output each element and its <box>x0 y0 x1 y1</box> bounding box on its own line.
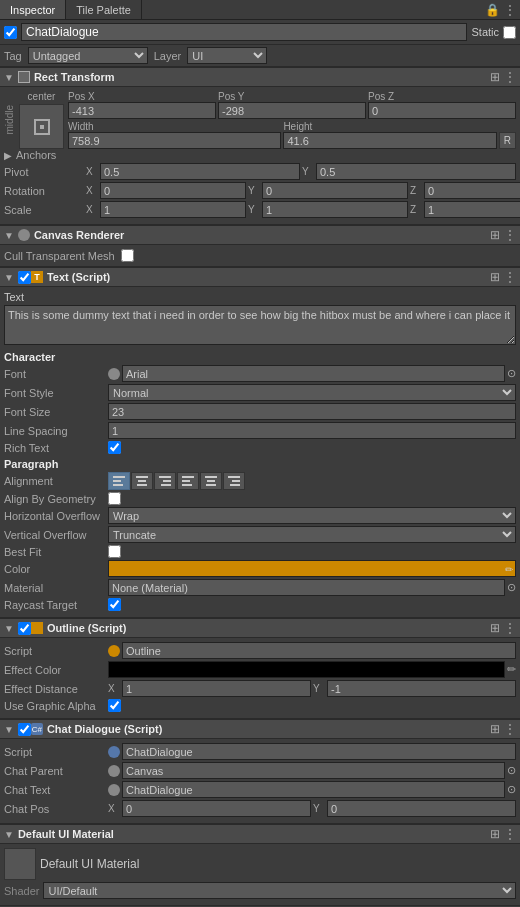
outline-script-section-header[interactable]: ▼ Outline (Script) ⊞ ⋮ <box>0 618 520 638</box>
rotation-z-input[interactable] <box>424 182 520 199</box>
font-label: Font <box>4 368 104 380</box>
r-button[interactable]: R <box>499 132 516 149</box>
align-by-geometry-checkbox[interactable] <box>108 492 121 505</box>
menu-icon[interactable]: ⋮ <box>504 3 516 17</box>
chat-dialogue-arrow: ▼ <box>4 724 14 735</box>
horiz-overflow-select[interactable]: Wrap <box>108 507 516 524</box>
svg-rect-7 <box>163 480 171 482</box>
chat-dialogue-body: Script Chat Parent ⊙ Chat Text ⊙ Chat Po… <box>0 739 520 824</box>
chat-script-input[interactable] <box>122 743 516 760</box>
layer-select[interactable]: UI <box>187 47 267 64</box>
align-btn-center[interactable] <box>131 472 153 490</box>
height-input[interactable] <box>283 132 496 149</box>
canvas-renderer-section-header[interactable]: ▼ Canvas Renderer ⊞ ⋮ <box>0 225 520 245</box>
pos-z-field: Pos Z <box>368 91 516 119</box>
chat-dialogue-enabled-checkbox[interactable] <box>18 723 31 736</box>
rect-transform-action-1[interactable]: ⊞ <box>490 70 500 84</box>
svg-rect-5 <box>137 484 147 486</box>
effect-dist-y-input[interactable] <box>327 680 516 697</box>
pivot-x-axis-label: X <box>86 166 98 177</box>
tag-select[interactable]: Untagged <box>28 47 148 64</box>
outline-action-2[interactable]: ⋮ <box>504 621 516 635</box>
outline-action-1[interactable]: ⊞ <box>490 621 500 635</box>
rect-transform-action-2[interactable]: ⋮ <box>504 70 516 84</box>
chat-pos-x-input[interactable] <box>122 800 311 817</box>
pivot-x-input[interactable] <box>100 163 300 180</box>
chat-parent-select-btn[interactable]: ⊙ <box>507 764 516 777</box>
anchor-widget[interactable] <box>19 104 64 149</box>
align-btn-right[interactable] <box>154 472 176 490</box>
color-swatch[interactable]: ✏ <box>108 560 516 577</box>
material-action-1[interactable]: ⊞ <box>490 827 500 841</box>
best-fit-checkbox[interactable] <box>108 545 121 558</box>
chat-parent-input[interactable] <box>122 762 505 779</box>
pos-x-input[interactable] <box>68 102 216 119</box>
object-enabled-checkbox[interactable] <box>4 26 17 39</box>
effect-dist-x-input[interactable] <box>122 680 311 697</box>
font-size-input[interactable] <box>108 403 516 420</box>
material-action-2[interactable]: ⋮ <box>504 827 516 841</box>
material-section-header[interactable]: ▼ Default UI Material ⊞ ⋮ <box>0 824 520 844</box>
rotation-x-input[interactable] <box>100 182 246 199</box>
canvas-action-2[interactable]: ⋮ <box>504 228 516 242</box>
rich-text-checkbox[interactable] <box>108 441 121 454</box>
align-btn-left[interactable] <box>108 472 130 490</box>
align-btn-top-center[interactable] <box>200 472 222 490</box>
chat-parent-row: Chat Parent ⊙ <box>4 762 516 779</box>
paragraph-label: Paragraph <box>4 458 516 470</box>
cull-row: Cull Transparent Mesh <box>4 249 516 262</box>
rotation-y-input[interactable] <box>262 182 408 199</box>
chat-dialogue-action-2[interactable]: ⋮ <box>504 722 516 736</box>
text-script-section-header[interactable]: ▼ T Text (Script) ⊞ ⋮ <box>0 267 520 287</box>
material-input[interactable] <box>108 579 505 596</box>
text-script-action-2[interactable]: ⋮ <box>504 270 516 284</box>
text-script-action-1[interactable]: ⊞ <box>490 270 500 284</box>
anchors-row[interactable]: ▶ Anchors <box>4 149 516 161</box>
width-input[interactable] <box>68 132 281 149</box>
tab-inspector[interactable]: Inspector <box>0 0 66 19</box>
pos-x-field: Pos X <box>68 91 216 119</box>
effect-color-swatch[interactable] <box>108 661 505 678</box>
static-checkbox[interactable] <box>503 26 516 39</box>
scale-y-input[interactable] <box>262 201 408 218</box>
svg-rect-6 <box>159 476 171 478</box>
effect-color-edit-icon[interactable]: ✏ <box>507 663 516 676</box>
tab-tile-palette[interactable]: Tile Palette <box>66 0 142 19</box>
pos-y-input[interactable] <box>218 102 366 119</box>
chat-dialogue-section-header[interactable]: ▼ C# Chat Dialogue (Script) ⊞ ⋮ <box>0 719 520 739</box>
text-content-textarea[interactable]: This is some dummy text that i need in o… <box>4 305 516 345</box>
chat-pos-y-input[interactable] <box>327 800 516 817</box>
align-btn-top-left[interactable] <box>177 472 199 490</box>
line-spacing-input[interactable] <box>108 422 516 439</box>
raycast-checkbox[interactable] <box>108 598 121 611</box>
material-section-actions: ⊞ ⋮ <box>490 827 516 841</box>
object-name-input[interactable] <box>21 23 467 41</box>
outline-script-input[interactable] <box>122 642 516 659</box>
material-select-btn[interactable]: ⊙ <box>507 581 516 594</box>
font-input[interactable] <box>122 365 505 382</box>
font-style-select[interactable]: Normal <box>108 384 516 401</box>
effect-distance-label: Effect Distance <box>4 683 104 695</box>
canvas-action-1[interactable]: ⊞ <box>490 228 500 242</box>
lock-icon[interactable]: 🔒 <box>485 3 500 17</box>
alignment-buttons <box>108 472 516 490</box>
pos-z-input[interactable] <box>368 102 516 119</box>
align-btn-top-right[interactable] <box>223 472 245 490</box>
chat-dialogue-action-1[interactable]: ⊞ <box>490 722 500 736</box>
text-script-icon: T <box>31 271 43 283</box>
pivot-y-input[interactable] <box>316 163 516 180</box>
chat-text-select-btn[interactable]: ⊙ <box>507 783 516 796</box>
text-script-enabled-checkbox[interactable] <box>18 271 31 284</box>
rect-transform-section-header[interactable]: ▼ Rect Transform ⊞ ⋮ <box>0 67 520 87</box>
scale-z-input[interactable] <box>424 201 520 218</box>
font-select-btn[interactable]: ⊙ <box>507 367 516 380</box>
scale-x-input[interactable] <box>100 201 246 218</box>
outline-script-enabled-checkbox[interactable] <box>18 622 31 635</box>
use-graphic-checkbox[interactable] <box>108 699 121 712</box>
vert-overflow-select[interactable]: Truncate <box>108 526 516 543</box>
outline-script-icon <box>31 622 43 634</box>
chat-text-input[interactable] <box>122 781 505 798</box>
outline-script-label: Script <box>4 645 104 657</box>
cull-checkbox[interactable] <box>121 249 134 262</box>
shader-select[interactable]: UI/Default <box>43 882 516 899</box>
